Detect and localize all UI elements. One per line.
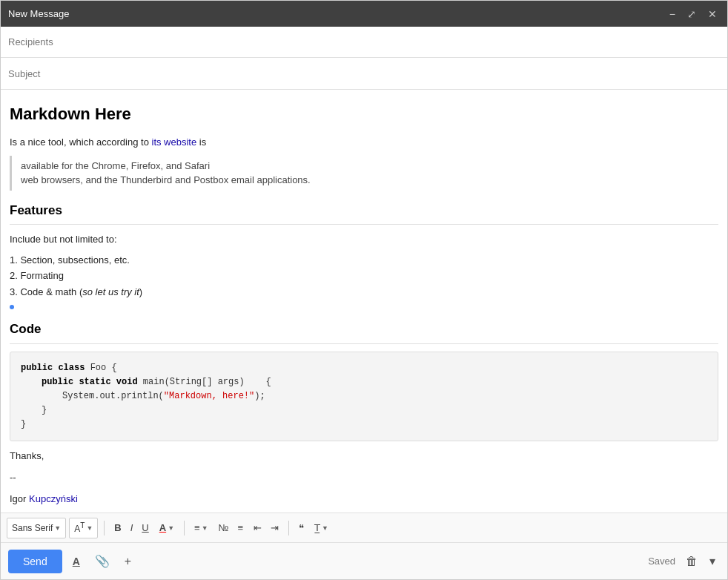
bold-button[interactable]: B <box>110 520 125 535</box>
features-intro: Include but not limited to: <box>10 232 718 247</box>
paperclip-icon: 📎 <box>95 555 110 567</box>
header-fields <box>1 27 727 90</box>
signature: Thanks, -- Igor Kupczyński igor.kupczyns… <box>10 449 718 513</box>
font-size-group: AT ▼ <box>69 518 98 538</box>
window-title: New Message <box>8 8 69 19</box>
code-line-2: public static void main(String[] args) { <box>21 375 707 389</box>
quote-icon: ❝ <box>299 522 304 533</box>
features-list: 1. Section, subsections, etc. 2. Formati… <box>10 253 718 300</box>
title-bar: New Message − ⤢ ✕ <box>1 1 727 27</box>
list-group: № ≡ <box>215 520 248 535</box>
bottom-right-icons: 🗑 ▾ <box>681 551 720 571</box>
sep-3 <box>288 521 289 535</box>
subject-input[interactable] <box>8 68 720 79</box>
font-family-group: Sans Serif ▼ <box>7 518 66 538</box>
outdent-button[interactable]: ⇤ <box>250 520 265 535</box>
font-color-chevron: ▼ <box>168 524 174 532</box>
heading-markdown-here: Markdown Here <box>10 102 718 126</box>
remove-format-icon: T̲ <box>314 522 320 533</box>
font-family-chevron: ▼ <box>54 524 61 532</box>
font-color-icon: A <box>159 522 166 533</box>
intro-paragraph: Is a nice tool, which according to its w… <box>10 135 718 150</box>
expand-options-button[interactable]: ▾ <box>705 551 720 571</box>
heading-features: Features <box>10 201 718 220</box>
underline-button[interactable]: U <box>138 520 152 535</box>
code-line-1: public class Foo { <box>21 361 707 375</box>
minimize-button[interactable]: − <box>666 7 678 21</box>
italic-button[interactable]: I <box>127 520 137 535</box>
code-line-5: } <box>21 418 707 432</box>
code-block: public class Foo { public static void ma… <box>10 352 718 442</box>
more-options-button[interactable]: + <box>120 552 136 571</box>
blockquote-line1: available for the Chrome, Firefox, and S… <box>21 159 718 174</box>
recipients-input[interactable] <box>8 36 720 47</box>
bullet-list-button[interactable]: ≡ <box>234 520 248 535</box>
expand-icon: ▾ <box>709 555 715 567</box>
font-family-label: Sans Serif <box>12 523 53 533</box>
window-controls: − ⤢ ✕ <box>666 7 720 21</box>
ordered-list-icon: № <box>219 522 229 533</box>
blue-dot-indicator <box>10 305 14 309</box>
feature-item-2: 2. Formating <box>10 268 718 283</box>
indent-group: ⇤ ⇥ <box>250 520 282 535</box>
close-button[interactable]: ✕ <box>705 7 720 21</box>
features-divider <box>10 224 718 225</box>
indent-button[interactable]: ⇥ <box>267 520 282 535</box>
email-body[interactable]: Markdown Here Is a nice tool, which acco… <box>1 90 727 513</box>
thanks-text: Thanks, <box>10 449 718 464</box>
bottom-bar: Send A 📎 + Saved 🗑 ▾ <box>1 542 727 579</box>
code-line-4: } <box>21 403 707 418</box>
attach-file-button[interactable]: 📎 <box>90 551 114 571</box>
outdent-icon: ⇤ <box>254 522 262 533</box>
feature-item-1: 1. Section, subsections, etc. <box>10 253 718 268</box>
formatting-toolbar: Sans Serif ▼ AT ▼ B I U A ▼ ≡ <box>1 513 727 542</box>
sig-name-link[interactable]: Kupczyński <box>29 493 78 504</box>
recipients-row <box>1 27 727 58</box>
indent-icon: ⇥ <box>271 522 279 533</box>
restore-button[interactable]: ⤢ <box>684 7 699 21</box>
align-chevron: ▼ <box>202 524 208 532</box>
format-text-icon: A <box>73 556 80 567</box>
send-button[interactable]: Send <box>8 550 62 573</box>
align-button[interactable]: ≡ ▼ <box>191 520 212 535</box>
align-group: ≡ ▼ <box>191 520 212 535</box>
heading-code: Code <box>10 320 718 339</box>
blockquote: available for the Chrome, Firefox, and S… <box>10 156 718 191</box>
bullet-list-icon: ≡ <box>238 522 244 533</box>
font-size-chevron: ▼ <box>86 524 93 532</box>
format-text-button[interactable]: A <box>68 552 85 571</box>
feature-item-3: 3. Code & math (so let us try it) <box>10 285 718 300</box>
remove-format-chevron: ▼ <box>322 524 328 532</box>
blockquote-line2: web browsers, and the Thunderbird and Po… <box>21 173 718 188</box>
sig-name-line: Igor Kupczyński <box>10 492 718 507</box>
sep-1 <box>104 521 105 535</box>
code-line-3: System.out.println("Markdown, here!"); <box>21 389 707 403</box>
subject-row <box>1 58 727 89</box>
saved-label: Saved <box>648 556 675 567</box>
sep-2 <box>184 521 185 535</box>
its-website-link[interactable]: its website <box>152 136 197 148</box>
remove-format-button[interactable]: T̲ ▼ <box>311 520 332 535</box>
font-size-dropdown[interactable]: AT ▼ <box>69 518 98 538</box>
font-color-group: A ▼ <box>156 520 178 535</box>
plus-icon: + <box>125 555 131 567</box>
ordered-list-button[interactable]: № <box>215 520 233 535</box>
code-divider <box>10 343 718 344</box>
align-icon: ≡ <box>194 522 200 533</box>
text-format-group: B I U <box>110 520 152 535</box>
font-color-button[interactable]: A ▼ <box>156 520 178 535</box>
quote-button[interactable]: ❝ <box>295 520 308 535</box>
font-size-icon: AT <box>74 521 85 534</box>
compose-window: New Message − ⤢ ✕ Markdown Here Is a nic… <box>0 0 728 580</box>
font-family-dropdown[interactable]: Sans Serif ▼ <box>7 518 66 538</box>
sig-dash: -- <box>10 470 718 486</box>
delete-button[interactable]: 🗑 <box>681 552 702 571</box>
trash-icon: 🗑 <box>686 555 698 567</box>
